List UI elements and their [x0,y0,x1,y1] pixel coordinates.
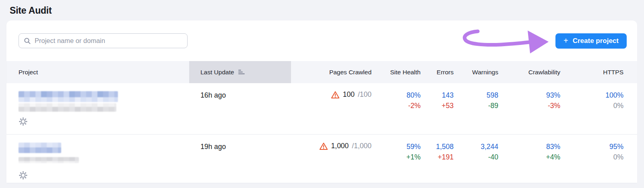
site-health-value[interactable]: 80% [407,90,421,100]
pages-crawled-value: 100 [343,90,355,99]
site-health-value[interactable]: 59% [407,142,421,151]
gear-icon [19,117,28,126]
project-cell [6,135,189,181]
table-row: 16h ago 100/100 80% -2% 143 +53 [6,83,637,134]
warnings-cell: 598 -89 [454,83,498,111]
pages-crawled-total: /1,000 [352,142,372,150]
table-row: 19h ago 1,000/1,000 59% +1% 1,508 +191 [6,134,637,183]
annotation-arrow-icon [456,25,549,57]
project-name-redacted[interactable] [19,91,118,102]
project-settings-button[interactable] [19,171,28,181]
project-search-box[interactable] [19,33,188,48]
https-delta: 0% [613,100,623,111]
column-header-errors[interactable]: Errors [421,61,454,83]
crawlability-cell: 83% +4% [498,135,560,163]
warnings-value[interactable]: 598 [487,90,498,100]
search-input[interactable] [35,37,182,45]
column-header-pages-crawled[interactable]: Pages Crawled [291,61,372,83]
create-project-label: Create project [573,37,619,45]
warning-icon [319,142,328,150]
site-health-delta: +1% [406,151,421,163]
pages-crawled-cell: 1,000/1,000 [291,135,372,150]
project-domain-redacted [19,157,79,163]
errors-value[interactable]: 143 [442,90,454,100]
page-title: Site Audit [0,0,644,16]
create-project-button[interactable]: + Create project [555,33,627,49]
project-name-redacted[interactable] [19,143,61,153]
warnings-value[interactable]: 3,244 [481,142,498,151]
https-value[interactable]: 100% [605,90,623,100]
column-header-last-update[interactable]: Last Update [189,61,291,83]
project-cell [6,83,189,127]
search-icon [24,37,31,45]
https-cell: 95% 0% [560,135,637,163]
column-header-crawlability[interactable]: Crawlability [498,61,560,83]
table-header: Project Last Update Pages Crawled Site H… [6,61,637,83]
https-cell: 100% 0% [560,83,637,111]
errors-cell: 143 +53 [421,83,454,111]
pages-crawled-cell: 100/100 [291,83,372,99]
sort-icon [238,69,245,75]
site-audit-panel: + Create project Project Last Update Pag… [6,20,637,183]
errors-cell: 1,508 +191 [421,135,454,163]
last-update-label: Last Update [200,69,234,76]
https-delta: 0% [613,151,623,163]
last-update-cell: 19h ago [189,135,291,151]
site-health-delta: -2% [408,100,421,111]
crawlability-value[interactable]: 93% [546,90,560,100]
pages-crawled-total: /100 [358,90,372,99]
https-value[interactable]: 95% [609,142,623,151]
last-update-cell: 16h ago [189,83,291,100]
plus-icon: + [564,37,568,45]
warnings-cell: 3,244 -40 [454,135,498,163]
column-header-site-health[interactable]: Site Health [372,61,421,83]
column-header-warnings[interactable]: Warnings [454,61,498,83]
crawlability-delta: -3% [548,100,560,111]
errors-delta: +53 [442,100,454,111]
toolbar: + Create project [6,20,637,61]
crawlability-delta: +4% [546,151,560,163]
pages-crawled-value: 1,000 [331,142,349,150]
errors-value[interactable]: 1,508 [436,142,454,151]
column-header-https[interactable]: HTTPS [560,61,637,83]
project-domain-redacted [19,103,116,112]
column-header-project: Project [6,61,189,83]
crawlability-cell: 93% -3% [498,83,560,111]
warning-icon [331,91,340,99]
warnings-delta: -40 [488,151,498,163]
gear-icon [19,171,28,180]
errors-delta: +191 [438,151,454,163]
warnings-delta: -89 [488,100,498,111]
site-health-cell: 59% +1% [372,135,421,163]
site-health-cell: 80% -2% [372,83,421,111]
crawlability-value[interactable]: 83% [546,142,560,151]
project-settings-button[interactable] [19,117,28,127]
